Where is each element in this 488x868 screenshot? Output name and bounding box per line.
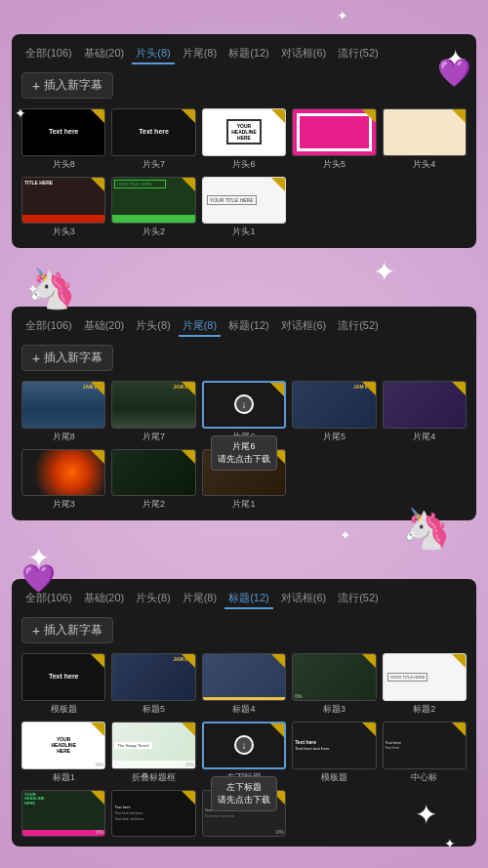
list-item[interactable]: YOUR TITLE HERE 片头2 bbox=[111, 177, 195, 239]
tab-pianwei-1[interactable]: 片尾(8) bbox=[179, 44, 221, 64]
tooltip-download: 片尾6请先点击下载 bbox=[211, 435, 277, 471]
thumb-label: 片头7 bbox=[142, 158, 165, 171]
corner-accent bbox=[362, 723, 376, 736]
corner-accent bbox=[271, 654, 285, 668]
corner-accent bbox=[91, 654, 104, 668]
panel-pianwei: 全部(106) 基础(20) 片头(8) 片尾(8) 标题(12) 对话框(6)… bbox=[12, 307, 476, 520]
tab-duihua-3[interactable]: 对话框(6) bbox=[277, 589, 330, 609]
list-item[interactable]: ↓ 片尾6 片尾6请先点击下载 bbox=[202, 381, 286, 443]
thumb-label: 片头3 bbox=[53, 226, 75, 238]
list-item[interactable]: Text here 模板题 bbox=[21, 653, 105, 716]
sparkle-icon: ✦ bbox=[27, 281, 39, 297]
list-item[interactable]: TITLE HERE 片头3 bbox=[21, 177, 105, 239]
list-item[interactable]: 片头5 bbox=[292, 108, 376, 171]
corner-accent bbox=[182, 178, 195, 191]
list-item[interactable]: YOURHEADLINEHERE 片头6 bbox=[202, 108, 286, 171]
sparkle-icon: ✦ bbox=[27, 542, 50, 574]
tab-biaoti-2[interactable]: 标题(12) bbox=[224, 316, 273, 337]
list-item[interactable]: 片尾3 bbox=[21, 449, 105, 512]
tab-all-3[interactable]: 全部(106) bbox=[21, 589, 76, 609]
list-item[interactable]: The Happy Times! 0% 折叠标题框 bbox=[111, 722, 195, 784]
unicorn-icon: 🦄 bbox=[27, 266, 76, 311]
tab-bar-1: 全部(106) 基础(20) 片头(8) 片尾(8) 标题(12) 对话框(6)… bbox=[21, 44, 467, 64]
corner-accent bbox=[182, 109, 195, 123]
corner-accent bbox=[182, 382, 195, 395]
thumb-label: 折叠标题框 bbox=[132, 771, 176, 784]
corner-accent bbox=[452, 382, 466, 395]
thumb-label: 片尾4 bbox=[413, 431, 435, 443]
list-item[interactable]: 片头4 bbox=[383, 108, 467, 171]
tab-jichu-3[interactable]: 基础(20) bbox=[80, 589, 129, 609]
thumb-label: 模板题 bbox=[321, 771, 347, 784]
sparkle-icon: ✦ bbox=[373, 256, 395, 288]
thumb-label: 片头5 bbox=[323, 158, 346, 171]
insert-label-2: 插入新字幕 bbox=[44, 350, 102, 366]
insert-btn-1[interactable]: + 插入新字幕 bbox=[21, 72, 113, 99]
list-item[interactable]: Text hereText here text hereText here, t… bbox=[111, 790, 195, 838]
tab-bar-3: 全部(106) 基础(20) 片头(8) 片尾(8) 标题(12) 对话框(6)… bbox=[21, 589, 467, 609]
plus-icon: + bbox=[32, 351, 40, 366]
thumb-label: 模板题 bbox=[51, 703, 77, 716]
tab-bar-2: 全部(106) 基础(20) 片头(8) 片尾(8) 标题(12) 对话框(6)… bbox=[21, 316, 467, 337]
tab-pianwei-2[interactable]: 片尾(8) bbox=[179, 316, 221, 337]
thumb-label: 片尾2 bbox=[142, 498, 165, 511]
corner-accent bbox=[91, 178, 104, 191]
thumb-label: 中心标 bbox=[411, 771, 437, 784]
list-item[interactable]: JAM INK 片尾8 bbox=[21, 381, 105, 443]
list-item[interactable]: JAM INK 片尾7 bbox=[111, 381, 195, 443]
list-item[interactable]: Text hereText here 中心标 bbox=[383, 722, 467, 784]
tab-piantou-3[interactable]: 片头(8) bbox=[132, 589, 174, 609]
tab-duihua-2[interactable]: 对话框(6) bbox=[277, 316, 330, 337]
tab-liuxing-1[interactable]: 流行(52) bbox=[334, 44, 383, 64]
list-item[interactable]: JAM INK 标题5 bbox=[111, 653, 195, 716]
thumb-label: 片尾5 bbox=[323, 431, 346, 443]
list-item[interactable]: ↓ 左下标题 左下标题请先点击下载 bbox=[202, 722, 286, 784]
tab-biaoti-3[interactable]: 标题(12) bbox=[224, 589, 273, 609]
download-icon: ↓ bbox=[234, 735, 254, 755]
tab-piantou-1[interactable]: 片头(8) bbox=[132, 44, 174, 64]
list-item[interactable]: YOUR TITLE HERE 标题2 bbox=[383, 653, 467, 716]
corner-accent bbox=[182, 723, 195, 736]
insert-label-1: 插入新字幕 bbox=[44, 77, 102, 94]
insert-btn-2[interactable]: + 插入新字幕 bbox=[21, 345, 113, 371]
thumb-label: 片头2 bbox=[142, 226, 165, 238]
list-item[interactable]: YOURHEADLINEHERE 0% 标题1 bbox=[21, 722, 105, 784]
list-item[interactable]: JAM INK 片尾5 bbox=[292, 381, 376, 443]
tab-jichu-2[interactable]: 基础(20) bbox=[80, 316, 129, 337]
corner-accent bbox=[452, 109, 466, 123]
tab-jichu-1[interactable]: 基础(20) bbox=[80, 44, 129, 64]
thumb-label: 片头6 bbox=[232, 158, 255, 171]
corner-accent bbox=[271, 178, 285, 191]
plus-icon: + bbox=[32, 623, 40, 639]
tab-all-2[interactable]: 全部(106) bbox=[21, 316, 76, 337]
thumb-label: 标题1 bbox=[53, 771, 75, 784]
tab-liuxing-3[interactable]: 流行(52) bbox=[334, 589, 383, 609]
tab-liuxing-2[interactable]: 流行(52) bbox=[334, 316, 383, 337]
insert-btn-3[interactable]: + 插入新字幕 bbox=[21, 617, 113, 643]
list-item[interactable]: Text here 片头7 bbox=[111, 108, 195, 171]
list-item[interactable]: 标题4 bbox=[202, 653, 286, 716]
thumb-grid-2: JAM INK 片尾8 JAM INK 片尾7 ↓ 片尾6 片尾6请先点击下载 bbox=[21, 381, 467, 511]
list-item[interactable]: Text here 片头8 bbox=[21, 108, 105, 171]
insert-label-3: 插入新字幕 bbox=[44, 622, 102, 639]
thumb-label: 片尾8 bbox=[53, 431, 75, 443]
tab-pianwei-3[interactable]: 片尾(8) bbox=[179, 589, 221, 609]
list-item[interactable]: YOUR TITLE HERE 片头1 bbox=[202, 177, 286, 239]
tab-all-1[interactable]: 全部(106) bbox=[21, 44, 76, 64]
corner-accent bbox=[91, 791, 104, 805]
tab-piantou-2[interactable]: 片头(8) bbox=[132, 316, 174, 337]
thumb-label: 片尾7 bbox=[142, 431, 165, 443]
list-item[interactable]: 片尾2 bbox=[111, 449, 195, 512]
tab-biaoti-1[interactable]: 标题(12) bbox=[224, 44, 273, 64]
list-item[interactable]: 0% 标题3 bbox=[292, 653, 376, 716]
corner-accent bbox=[452, 654, 466, 668]
tab-duihua-1[interactable]: 对话框(6) bbox=[277, 44, 330, 64]
list-item[interactable]: YOURHEADLINEHERE 0% bbox=[21, 790, 105, 838]
list-item[interactable]: 片尾4 bbox=[383, 381, 467, 443]
corner-accent bbox=[91, 109, 104, 123]
thumb-grid-1: Text here 片头8 Text here 片头7 YOURHEADLINE… bbox=[21, 108, 467, 238]
thumb-label: 标题2 bbox=[413, 703, 435, 716]
corner-accent bbox=[452, 723, 466, 736]
corner-accent bbox=[271, 109, 285, 123]
list-item[interactable]: Text hereText here text here 模板题 bbox=[292, 722, 376, 784]
